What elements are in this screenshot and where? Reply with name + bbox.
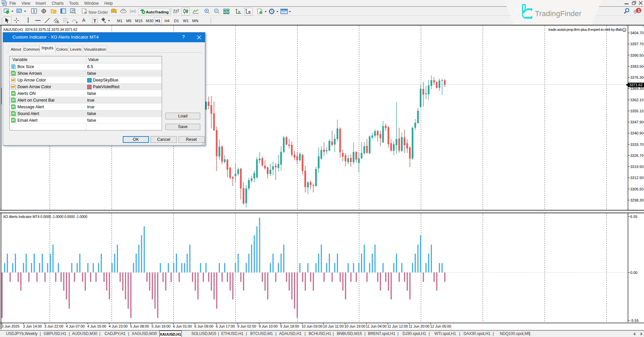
svg-text:10 Jun 03:00: 10 Jun 03:00 (302, 324, 322, 328)
svg-text:3333.70: 3333.70 (630, 143, 644, 147)
svg-text:3 Jun 2025: 3 Jun 2025 (2, 324, 19, 328)
svg-text:4 Jun 15:00: 4 Jun 15:00 (87, 324, 106, 328)
svg-text:4 Jun 23:00: 4 Jun 23:00 (109, 324, 127, 328)
svg-text:3312.50: 3312.50 (630, 176, 644, 180)
svg-text:11 Jun 12:00: 11 Jun 12:00 (387, 324, 408, 328)
svg-text:3347.90: 3347.90 (630, 120, 644, 124)
svg-text:11 Jun 20:00: 11 Jun 20:00 (409, 324, 430, 328)
svg-text:5 Jun 08:00: 5 Jun 08:00 (130, 324, 149, 328)
svg-text:5 Jun 16:00: 5 Jun 16:00 (152, 324, 170, 328)
svg-text:3340.90: 3340.90 (630, 131, 644, 135)
svg-text:6.55: 6.55 (630, 215, 637, 219)
svg-text:3371.62: 3371.62 (629, 83, 643, 87)
svg-text:3326.70: 3326.70 (630, 154, 644, 158)
svg-text:12 Jun 05:00: 12 Jun 05:00 (430, 324, 451, 328)
svg-text:3319.50: 3319.50 (630, 165, 644, 169)
svg-text:3355.10: 3355.10 (630, 109, 644, 113)
svg-text:10 Jun 11:00: 10 Jun 11:00 (323, 324, 344, 328)
svg-text:11 Jun 04:00: 11 Jun 04:00 (366, 324, 387, 328)
svg-text:3404.70: 3404.70 (630, 31, 644, 35)
svg-text:9 Jun 10:00: 9 Jun 10:00 (259, 324, 277, 328)
svg-text:6 Jun 09:00: 6 Jun 09:00 (195, 324, 213, 328)
svg-text:3298.30: 3298.30 (630, 198, 644, 202)
svg-text:10 Jun 19:00: 10 Jun 19:00 (344, 324, 365, 328)
svg-text:4 Jun 07:00: 4 Jun 07:00 (66, 324, 85, 328)
svg-text:3 Jun 14:00: 3 Jun 14:00 (23, 324, 42, 328)
svg-text:3397.70: 3397.70 (630, 42, 644, 46)
svg-text:-5.55: -5.55 (630, 319, 639, 323)
svg-text:6 Jun 01:00: 6 Jun 01:00 (173, 324, 192, 328)
svg-text:½: ½ (12, 65, 14, 68)
svg-text:9 Jun 02:00: 9 Jun 02:00 (237, 324, 256, 328)
svg-text:3 Jun 22:00: 3 Jun 22:00 (44, 324, 63, 328)
svg-text:9 Jun 18:00: 9 Jun 18:00 (280, 324, 299, 328)
svg-text:6 Jun 17:00: 6 Jun 17:00 (216, 324, 235, 328)
svg-text:3376.30: 3376.30 (630, 75, 644, 79)
svg-text:3362.10: 3362.10 (630, 98, 644, 102)
svg-text:0.00: 0.00 (630, 271, 637, 275)
svg-text:3390.50: 3390.50 (630, 53, 644, 57)
svg-text:3383.50: 3383.50 (630, 64, 644, 68)
svg-text:3305.50: 3305.50 (630, 187, 644, 191)
